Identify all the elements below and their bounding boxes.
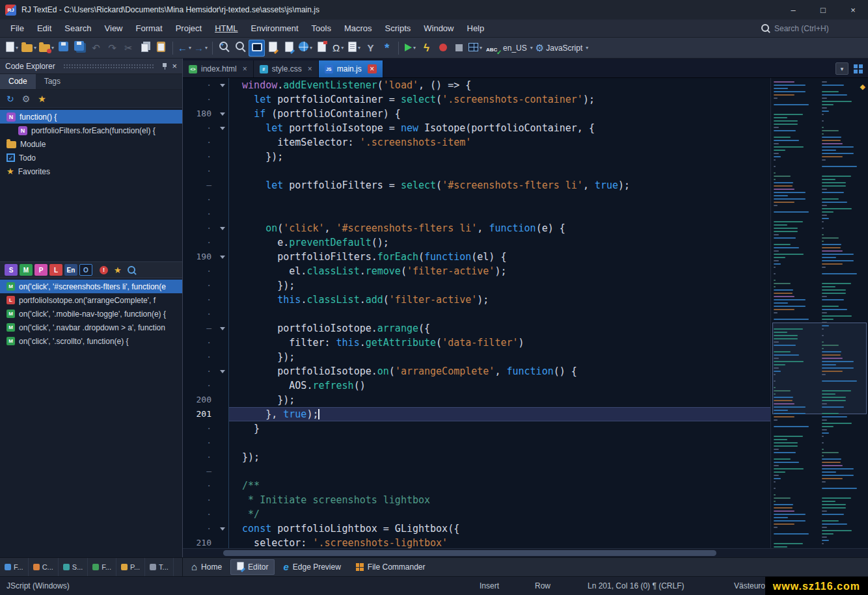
menu-item-project[interactable]: Project	[169, 21, 208, 36]
code-line-text[interactable]: const portfolioLightbox = GLightbox({	[228, 522, 770, 536]
fold-chevron-icon[interactable]	[218, 250, 228, 264]
filter-tab-l[interactable]: L	[49, 264, 62, 276]
code-line-text[interactable]: e.preventDefault();	[228, 235, 770, 250]
code-line[interactable]: · });	[183, 278, 770, 293]
code-line-text[interactable]: this.classList.add('filter-active');	[228, 293, 770, 307]
document-tab-index.html[interactable]: <>index.html×	[183, 60, 254, 77]
code-line[interactable]: · let portfolioIsotope = new Isotope(por…	[183, 121, 770, 135]
toolbar-lightning-button[interactable]: ϟ	[418, 40, 435, 57]
function-list-item[interactable]: LportfolioIsotope.on('arrangeComplete', …	[0, 293, 182, 307]
sidebar-bottom-tab-2[interactable]: S...	[59, 558, 88, 576]
window-layout-icon[interactable]	[854, 64, 863, 73]
code-line-text[interactable]: });	[228, 278, 770, 293]
search-box[interactable]: Search (Ctrl+H)	[761, 24, 859, 33]
toolbar-abc-button[interactable]: ABC	[483, 40, 500, 57]
code-line[interactable]: 210 selector: '.screenshots-lightbox'	[183, 536, 770, 548]
view-file-commander[interactable]: File Commander	[349, 559, 432, 575]
code-line-text[interactable]: let portfolioFilters = select('#screensh…	[228, 178, 770, 192]
fold-chevron-icon[interactable]	[218, 121, 228, 135]
view-editor[interactable]: Editor	[230, 559, 275, 575]
toolbar-globe-button[interactable]: ▾	[297, 40, 314, 57]
code-line-text[interactable]: });	[228, 450, 770, 464]
code-line[interactable]: · itemSelector: '.screenshots-item'	[183, 135, 770, 150]
function-list-item[interactable]: Mon('click', '.mobile-nav-toggle', funct…	[0, 307, 182, 321]
dropdown-arrow-icon[interactable]: ▾	[480, 45, 482, 51]
code-line-text[interactable]: selector: '.screenshots-lightbox'	[228, 536, 770, 548]
code-line-text[interactable]	[228, 464, 770, 479]
sidebar-bottom-tab-5[interactable]: T...	[145, 558, 174, 576]
code-line[interactable]: · window.addEventListener('load', () => …	[183, 78, 770, 92]
code-line[interactable]: · * Initiate screenshots lightbox	[183, 493, 770, 507]
toolbar-doc-script-button[interactable]	[281, 40, 297, 57]
toolbar-forward-button[interactable]: →▾	[193, 40, 209, 57]
code-line-text[interactable]	[228, 164, 770, 178]
code-line-text[interactable]: });	[228, 150, 770, 164]
toolbar-open-special-button[interactable]: ▾	[38, 40, 55, 57]
code-line[interactable]: · e.preventDefault();	[183, 235, 770, 250]
minimize-button[interactable]: –	[778, 0, 808, 20]
menu-item-tools[interactable]: Tools	[305, 21, 338, 36]
code-line-text[interactable]: });	[228, 393, 770, 407]
code-line[interactable]: 201 }, true);	[183, 407, 770, 421]
code-line[interactable]: · const portfolioLightbox = GLightbox({	[183, 522, 770, 536]
code-line[interactable]: ·	[183, 164, 770, 178]
code-line-text[interactable]: });	[228, 350, 770, 364]
tab-tags[interactable]: Tags	[36, 74, 69, 89]
dropdown-arrow-icon[interactable]: ▾	[205, 45, 208, 51]
code-line[interactable]: – portfolioIsotope.arrange({	[183, 321, 770, 336]
code-line-text[interactable]: let portfolioIsotope = new Isotope(portf…	[228, 121, 770, 135]
menu-item-view[interactable]: View	[98, 21, 129, 36]
toolbar-find-button[interactable]: +	[216, 40, 232, 57]
fold-chevron-icon[interactable]	[218, 321, 228, 336]
code-line[interactable]: · on('click', '#screenshots-flters li', …	[183, 221, 770, 235]
toolbar-record-button[interactable]	[435, 40, 451, 57]
dropdown-arrow-icon[interactable]: ▾	[341, 45, 344, 51]
code-line[interactable]: · this.classList.add('filter-active');	[183, 293, 770, 307]
toolbar-doc-flag-button[interactable]	[314, 40, 330, 57]
code-line-text[interactable]: }	[228, 421, 770, 436]
menu-item-edit[interactable]: Edit	[31, 21, 58, 36]
document-minimap[interactable]: ◆	[770, 78, 868, 548]
fold-chevron-icon[interactable]	[218, 221, 228, 235]
toolbar-snowflake-button[interactable]: *	[379, 40, 395, 57]
toolbar-merge-button[interactable]: Y	[362, 40, 379, 57]
sidebar-bottom-tab-3[interactable]: F...	[88, 558, 116, 576]
toolbar-save-button[interactable]	[55, 40, 72, 57]
toolbar-back-button[interactable]: ←▾	[176, 40, 193, 57]
view-edge-preview[interactable]: eEdge Preview	[277, 559, 347, 575]
toolbar-gear-button[interactable]: ⚙JavaScript▾	[534, 40, 590, 57]
search-icon[interactable]	[128, 266, 136, 274]
code-line-text[interactable]: filter: this.getAttribute('data-filter')	[228, 336, 770, 350]
favorites-star-icon[interactable]: ★	[114, 266, 122, 274]
toolbar-find-in-files-button[interactable]	[232, 40, 249, 57]
horizontal-scrollbar[interactable]	[183, 548, 868, 557]
code-line[interactable]: 200 });	[183, 393, 770, 407]
code-line[interactable]: –	[183, 464, 770, 479]
toolbar-table-button[interactable]: ▾	[467, 40, 483, 57]
code-line-text[interactable]: let portfolioContainer = select('.screen…	[228, 92, 770, 107]
tree-item[interactable]: Nfunction() {	[0, 110, 182, 124]
code-line-text[interactable]: portfolioIsotope.arrange({	[228, 321, 770, 336]
filter-tab-p[interactable]: P	[34, 264, 47, 276]
toolbar-undo-button[interactable]: ↶	[88, 40, 104, 57]
refresh-icon[interactable]: ↻	[7, 94, 14, 104]
code-line-text[interactable]	[228, 207, 770, 221]
code-line[interactable]: – let portfolioFilters = select('#screen…	[183, 178, 770, 192]
code-line[interactable]: ·	[183, 192, 770, 207]
toolbar-doc-lines-button[interactable]: ▾	[346, 40, 362, 57]
menu-item-search[interactable]: Search	[58, 21, 98, 36]
code-line[interactable]: · });	[183, 150, 770, 164]
code-line[interactable]: · }	[183, 421, 770, 436]
code-line[interactable]: · portfolioIsotope.on('arrangeComplete',…	[183, 364, 770, 378]
toolbar-omega-button[interactable]: Ω▾	[330, 40, 346, 57]
fold-chevron-icon[interactable]	[218, 522, 228, 536]
code-line-text[interactable]: * Initiate screenshots lightbox	[228, 493, 770, 507]
tree-item[interactable]: Module	[0, 137, 182, 151]
code-line[interactable]: 180 if (portfolioContainer) {	[183, 107, 770, 121]
toolbar-open-file-button[interactable]: ▾	[20, 40, 38, 57]
code-line[interactable]: ·	[183, 207, 770, 221]
settings-gear-icon[interactable]: ⚙	[22, 94, 31, 104]
code-line-text[interactable]	[228, 436, 770, 450]
code-line-text[interactable]: /**	[228, 479, 770, 493]
function-list-item[interactable]: Mon('click', '.scrollto', function(e) {	[0, 334, 182, 348]
